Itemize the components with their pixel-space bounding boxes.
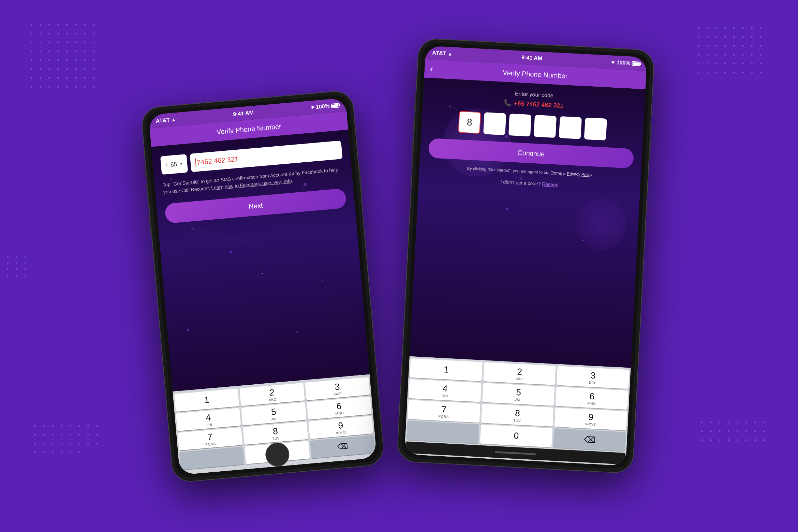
- next-button[interactable]: Next: [164, 188, 347, 224]
- right-key-9-num: 9: [588, 412, 594, 423]
- key-6-alpha: MNO: [335, 411, 344, 416]
- key-delete[interactable]: ⌫: [310, 435, 375, 458]
- key-1-num: 1: [204, 395, 210, 405]
- left-phone-inner: AT&T ▲ 9:41 AM ✱ 100% Verif: [145, 94, 381, 479]
- right-key-0[interactable]: 0: [480, 425, 552, 447]
- right-volume-up-button: [413, 113, 415, 137]
- key-2[interactable]: 2 ABC: [239, 383, 305, 406]
- code-box-3[interactable]: [508, 114, 531, 136]
- left-wifi-icon: ▲: [171, 117, 176, 122]
- right-key-8-num: 8: [515, 408, 520, 419]
- key-3-num: 3: [334, 381, 340, 392]
- left-battery-icon: [331, 103, 339, 108]
- right-key-6-num: 6: [589, 391, 595, 402]
- continue-button-label: Continue: [517, 149, 545, 158]
- home-indicator: [495, 451, 536, 455]
- left-time: 9:41 AM: [233, 109, 254, 117]
- country-code-text: + 65: [165, 161, 177, 169]
- phone-number-value: 7462 462 321: [196, 155, 239, 166]
- right-key-8[interactable]: 8 TUV: [481, 404, 553, 427]
- right-key-6-alpha: MNO: [587, 401, 596, 405]
- right-volume-down-button: [411, 141, 414, 164]
- right-key-6[interactable]: 6 MNO: [556, 387, 628, 410]
- right-bluetooth-icon: ✱: [611, 60, 615, 65]
- left-battery: 100%: [315, 103, 330, 110]
- key-8[interactable]: 8 TUV: [243, 422, 308, 445]
- right-key-3[interactable]: 3 DEF: [557, 366, 629, 389]
- right-key-2-num: 2: [517, 366, 522, 377]
- key-7[interactable]: 7 PQRS: [178, 427, 243, 450]
- right-key-empty: [407, 421, 479, 444]
- terms-link[interactable]: Terms: [551, 171, 562, 176]
- right-key-5-alpha: JKL: [515, 398, 521, 402]
- key-2-num: 2: [269, 387, 275, 398]
- right-key-9-alpha: WXYZ: [585, 422, 596, 427]
- left-phone-screen: AT&T ▲ 9:41 AM ✱ 100% Verif: [148, 98, 377, 475]
- code-digit-1: 8: [467, 117, 472, 128]
- code-box-2[interactable]: [483, 112, 506, 135]
- right-battery: 100%: [616, 59, 631, 66]
- right-nav-title: Verify Phone Number: [503, 69, 568, 80]
- right-keyboard: 1 2 ABC 3 DEF 4: [404, 356, 631, 466]
- phone-icon: 📞: [504, 99, 512, 107]
- key-3[interactable]: 3 DEF: [305, 377, 370, 400]
- left-carrier: AT&T: [156, 117, 170, 124]
- right-phone-inner: AT&T ▲ 9:41 AM ✱ 100% ‹: [401, 42, 651, 469]
- country-code-button[interactable]: + 65 ▼: [160, 154, 188, 175]
- right-key-2-alpha: ABC: [515, 377, 523, 381]
- key-8-num: 8: [272, 426, 278, 437]
- key-5-num: 5: [271, 407, 277, 417]
- right-screen-body: Enter your code 📞 +65 7462 462 321 8: [410, 78, 646, 368]
- phone-number-field[interactable]: 7462 462 321: [190, 141, 343, 172]
- key-9-num: 9: [338, 420, 343, 431]
- right-key-4[interactable]: 4 GHI: [409, 379, 481, 402]
- volume-mute-button: [144, 163, 147, 180]
- right-key-7-num: 7: [441, 404, 447, 415]
- right-key-4-alpha: GHI: [441, 394, 448, 398]
- volume-down-button: [149, 211, 152, 235]
- dropdown-arrow-icon: ▼: [179, 161, 183, 166]
- key-4-alpha: GHI: [206, 423, 212, 427]
- right-key-2[interactable]: 2 ABC: [483, 362, 556, 385]
- key-4-num: 4: [205, 412, 211, 423]
- key-2-alpha: ABC: [269, 398, 277, 402]
- code-box-6[interactable]: [584, 118, 607, 141]
- volume-up-button: [146, 183, 150, 207]
- key-4[interactable]: 4 GHI: [176, 408, 241, 431]
- resend-button[interactable]: Resend: [542, 181, 559, 188]
- key-9[interactable]: 9 WXYZ: [308, 416, 373, 439]
- right-key-0-num: 0: [514, 430, 519, 441]
- right-phone-screen: AT&T ▲ 9:41 AM ✱ 100% ‹: [404, 46, 647, 466]
- left-phone: AT&T ▲ 9:41 AM ✱ 100% Verif: [141, 90, 384, 483]
- right-wifi-icon: ▲: [447, 51, 453, 57]
- right-time: 9:41 AM: [521, 55, 543, 62]
- code-box-1[interactable]: 8: [458, 111, 481, 134]
- right-phone: AT&T ▲ 9:41 AM ✱ 100% ‹: [397, 39, 654, 473]
- right-key-1-num: 1: [443, 364, 449, 375]
- left-screen-body: + 65 ▼ 7462 462 321 Tap "Get Started" to…: [151, 130, 370, 391]
- code-box-5[interactable]: [559, 116, 582, 139]
- key-empty: [179, 447, 245, 470]
- code-box-4[interactable]: [534, 115, 557, 138]
- right-key-7[interactable]: 7 PQRS: [408, 400, 480, 423]
- continue-button[interactable]: Continue: [428, 138, 634, 168]
- right-key-3-num: 3: [590, 370, 596, 381]
- privacy-link[interactable]: Privacy Policy: [567, 171, 592, 177]
- right-key-7-alpha: PQRS: [438, 414, 449, 419]
- key-6[interactable]: 6 MNO: [307, 397, 372, 420]
- right-key-5[interactable]: 5 JKL: [482, 383, 555, 406]
- right-key-4-num: 4: [442, 383, 448, 394]
- right-key-3-alpha: DEF: [589, 381, 596, 385]
- right-key-delete[interactable]: ⌫: [553, 428, 626, 451]
- left-nav-title: Verify Phone Number: [216, 122, 281, 136]
- code-input-row: 8: [429, 109, 636, 142]
- key-1[interactable]: 1: [174, 388, 239, 412]
- right-key-9[interactable]: 9 WXYZ: [555, 408, 627, 430]
- key-5[interactable]: 5 JKL: [241, 402, 306, 425]
- back-button[interactable]: ‹: [430, 63, 433, 74]
- key-6-num: 6: [336, 401, 342, 412]
- right-phone-number: +65 7462 462 321: [514, 100, 564, 109]
- right-volume-mute-button: [414, 93, 417, 110]
- key-5-alpha: JKL: [271, 417, 278, 422]
- right-key-1[interactable]: 1: [410, 358, 482, 381]
